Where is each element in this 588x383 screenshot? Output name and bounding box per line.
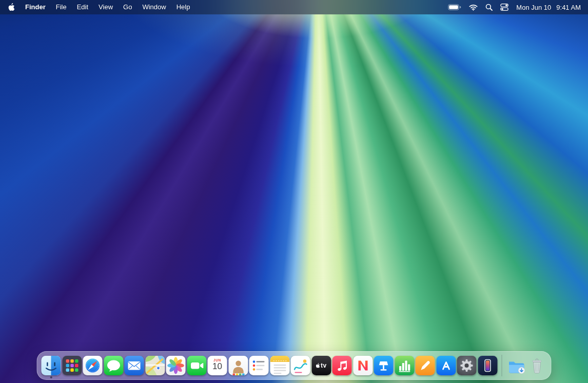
dock-item-iphone-mirroring[interactable] <box>478 356 497 375</box>
maps-icon <box>145 356 165 375</box>
apple-menu[interactable] <box>5 3 20 11</box>
calendar-icon: JUN 10 <box>208 356 227 375</box>
safari-icon <box>83 356 103 375</box>
notes-icon <box>270 356 289 375</box>
numbers-icon <box>395 356 414 375</box>
pages-icon <box>416 356 435 375</box>
trash-icon <box>527 356 547 375</box>
wifi-icon <box>469 4 478 11</box>
dock-item-contacts[interactable] <box>228 356 248 375</box>
reminders-icon <box>249 356 269 375</box>
dock-item-maps[interactable] <box>145 356 165 375</box>
news-icon <box>353 356 373 375</box>
dock-item-appstore[interactable] <box>436 356 456 375</box>
control-center-icon <box>500 3 508 11</box>
menu-bar-status: Mon Jun 10 9:41 AM <box>448 3 581 11</box>
dock-item-news[interactable] <box>353 356 373 375</box>
menu-bar-left: Finder File Edit View Go Window Help <box>5 0 195 14</box>
dock-item-safari[interactable] <box>83 356 103 375</box>
iphone-mirroring-icon <box>478 356 497 375</box>
desktop-wallpaper <box>0 0 588 383</box>
menu-item-finder[interactable]: Finder <box>20 0 51 14</box>
messages-icon <box>104 356 123 375</box>
dock-item-mail[interactable] <box>125 356 144 375</box>
keynote-icon <box>374 356 394 375</box>
contacts-icon <box>228 356 248 375</box>
running-indicator-dot <box>50 376 52 378</box>
battery-icon <box>448 4 461 10</box>
tv-icon: tv <box>311 356 331 375</box>
clock-time: 9:41 AM <box>556 4 581 11</box>
menu-bar: Finder File Edit View Go Window Help <box>0 0 588 14</box>
dock: JUN 10 <box>37 351 552 380</box>
dock-item-settings[interactable] <box>457 356 477 375</box>
music-icon <box>332 356 352 375</box>
dock-item-facetime[interactable] <box>187 356 206 375</box>
photos-icon <box>166 356 186 375</box>
dock-item-freeform[interactable] <box>291 356 310 375</box>
dock-item-reminders[interactable] <box>249 356 269 375</box>
calendar-day-label: 10 <box>212 362 222 371</box>
apple-logo-icon <box>8 3 15 11</box>
search-icon <box>485 4 493 11</box>
dock-item-notes[interactable] <box>270 356 289 375</box>
menu-item-window[interactable]: Window <box>137 0 171 14</box>
dock-item-music[interactable] <box>332 356 352 375</box>
downloads-folder-icon <box>506 356 526 375</box>
app-store-icon <box>436 356 456 375</box>
battery-status[interactable] <box>448 4 461 10</box>
dock-item-messages[interactable] <box>104 356 123 375</box>
dock-item-pages[interactable] <box>416 356 435 375</box>
menu-item-view[interactable]: View <box>93 0 118 14</box>
system-settings-icon <box>457 356 477 375</box>
dock-item-finder[interactable] <box>42 356 61 375</box>
wifi-status[interactable] <box>469 4 478 11</box>
mail-icon <box>125 356 144 375</box>
control-center[interactable] <box>500 3 508 11</box>
dock-item-launchpad[interactable] <box>62 356 82 375</box>
menu-item-edit[interactable]: Edit <box>72 0 93 14</box>
dock-item-trash[interactable] <box>527 356 547 375</box>
dock-item-keynote[interactable] <box>374 356 394 375</box>
menu-item-file[interactable]: File <box>51 0 72 14</box>
tv-logo-text: tv <box>321 362 326 369</box>
dock-item-tv[interactable]: tv <box>311 356 331 375</box>
facetime-icon <box>187 356 206 375</box>
clock-date: Mon Jun 10 <box>516 4 551 11</box>
spotlight-search[interactable] <box>485 4 493 11</box>
dock-item-photos[interactable] <box>166 356 186 375</box>
dock-item-numbers[interactable] <box>395 356 414 375</box>
freeform-icon <box>291 356 310 375</box>
menu-item-go[interactable]: Go <box>118 0 137 14</box>
menu-item-help[interactable]: Help <box>171 0 195 14</box>
launchpad-icon <box>62 356 82 375</box>
dock-divider <box>502 355 502 376</box>
dock-item-calendar[interactable]: JUN 10 <box>208 356 227 375</box>
finder-icon <box>42 356 61 375</box>
dock-item-downloads[interactable] <box>506 356 526 375</box>
apple-logo-icon <box>316 363 320 368</box>
menu-bar-clock[interactable]: Mon Jun 10 9:41 AM <box>516 4 581 11</box>
